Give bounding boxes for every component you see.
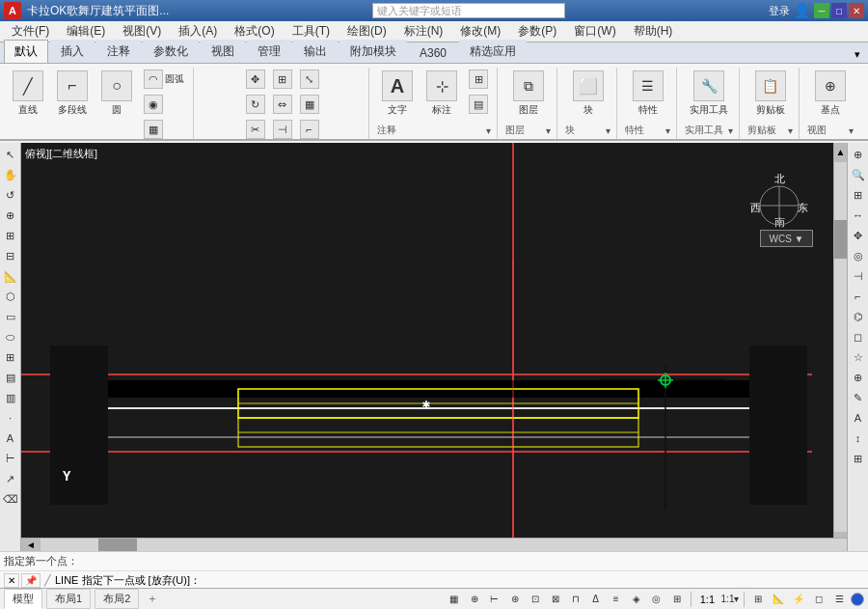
scroll-left-button[interactable]: ◄ [21, 539, 41, 551]
block-expand-icon[interactable]: ▾ [606, 125, 610, 136]
lt-erase-tool[interactable]: ⌫ [1, 489, 20, 509]
menu-insert[interactable]: 插入(A) [171, 21, 225, 42]
layer-expand-icon[interactable]: ▾ [546, 125, 551, 136]
utilities-button[interactable]: 🔧 实用工具 [685, 68, 733, 120]
search-box[interactable]: 键入关键字或短语 [372, 3, 565, 18]
fillet-button[interactable]: ⌐ [297, 118, 322, 141]
dim-button[interactable]: ⊹ 标注 [421, 68, 462, 120]
tab-model[interactable]: 模型 [4, 589, 42, 609]
tab-layout2[interactable]: 布局2 [95, 589, 139, 609]
base-expand-icon[interactable]: ▾ [849, 125, 854, 136]
rectangle-tool[interactable]: ▭ [1, 307, 20, 326]
rt-tool-13[interactable]: ✎ [849, 388, 868, 407]
menu-params[interactable]: 参数(P) [510, 21, 564, 42]
properties-button[interactable]: ☰ 特性 [628, 68, 668, 120]
tab-featured[interactable]: 精选应用 [459, 40, 527, 63]
tab-parametric[interactable]: 参数化 [143, 40, 199, 63]
move-button[interactable]: ✥ [243, 68, 268, 91]
hatch-lt-tool[interactable]: ▤ [1, 368, 20, 387]
scroll-thumb[interactable] [834, 220, 847, 259]
utilities-expand-icon[interactable]: ▾ [728, 125, 733, 136]
rotate-button[interactable]: ↻ [243, 93, 268, 116]
tab-default[interactable]: 默认 [4, 40, 48, 63]
ann-expand-icon[interactable]: ▾ [486, 125, 491, 136]
rt-tool-14[interactable]: A [849, 408, 868, 428]
leader-tool[interactable]: ⊢ [1, 449, 20, 468]
circle-button[interactable]: ○ 圆 [96, 68, 137, 120]
orbit-tool[interactable]: ↺ [1, 185, 20, 205]
mtext-button[interactable]: ⊞ [466, 68, 491, 91]
view-button[interactable]: ◉ [141, 93, 187, 116]
point-tool[interactable]: · [1, 408, 20, 428]
menu-file[interactable]: 文件(F) [4, 21, 57, 42]
cmd-close-btn[interactable]: ✕ [4, 573, 19, 588]
canvas-area[interactable]: 俯视][二维线框] 北 东 西 南 WCS ▼ [21, 143, 847, 551]
zoom-tool[interactable]: ⊕ [1, 206, 20, 225]
mirror-button[interactable]: ⇔ [270, 93, 295, 116]
rt-tool-5[interactable]: ✥ [849, 226, 868, 245]
rt-tool-4[interactable]: ↔ [849, 206, 868, 225]
menu-help[interactable]: 帮助(H) [626, 21, 681, 42]
rt-tool-11[interactable]: ☆ [849, 347, 868, 367]
scale-button[interactable]: 1:1▾ [721, 591, 739, 608]
minimize-button[interactable]: ─ [814, 3, 829, 18]
rt-tool-9[interactable]: ⌬ [849, 307, 868, 326]
menu-edit[interactable]: 编辑(E) [59, 21, 113, 42]
text-lt-tool[interactable]: A [1, 429, 20, 448]
zoom-prev-tool[interactable]: ⊟ [1, 246, 20, 265]
xref-tool[interactable]: ↗ [1, 469, 20, 488]
properties-expand-icon[interactable]: ▾ [665, 125, 670, 136]
scroll-up-button[interactable]: ▲ [834, 143, 847, 162]
rt-tool-16[interactable]: ⊞ [849, 449, 868, 468]
select-cycle[interactable]: ◎ [648, 591, 665, 608]
qp-toggle[interactable]: ⊞ [668, 591, 686, 608]
menu-modify[interactable]: 修改(M) [452, 21, 508, 42]
command-input[interactable] [204, 575, 864, 587]
text-button[interactable]: A 文字 [377, 68, 418, 120]
ucs-toggle[interactable]: ⊓ [567, 591, 584, 608]
polygon-tool[interactable]: ⬡ [1, 287, 20, 306]
customize-button[interactable]: ☰ [830, 591, 848, 608]
snap-toggle[interactable]: ⊕ [466, 591, 483, 608]
layer-button[interactable]: ⧉ 图层 [508, 68, 549, 120]
menu-view[interactable]: 视图(V) [115, 21, 169, 42]
tp-toggle[interactable]: ◈ [628, 591, 645, 608]
annotation-scale-button[interactable]: 📐 [770, 591, 787, 608]
grid-toggle[interactable]: ▦ [446, 591, 463, 608]
zoom-window-tool[interactable]: ⊞ [1, 226, 20, 245]
scroll-hthumb[interactable] [98, 539, 137, 551]
tab-a360[interactable]: A360 [409, 42, 457, 63]
rt-tool-7[interactable]: ⊣ [849, 266, 868, 286]
tab-layout1[interactable]: 布局1 [46, 589, 91, 609]
vertical-scrollbar[interactable]: ▲ ▼ [833, 143, 847, 551]
hatch-button[interactable]: ▦ [141, 118, 187, 141]
tab-view[interactable]: 视图 [201, 40, 245, 63]
options-icon[interactable]: ▾ [851, 46, 864, 63]
clipboard-expand-icon[interactable]: ▾ [788, 125, 793, 136]
tab-manage[interactable]: 管理 [247, 40, 291, 63]
menu-draw[interactable]: 绘图(D) [339, 21, 394, 42]
horizontal-scrollbar[interactable]: ◄ ► [21, 538, 847, 551]
workspace-view-button[interactable]: ⊞ [749, 591, 767, 608]
menu-format[interactable]: 格式(O) [227, 21, 282, 42]
rt-tool-12[interactable]: ⊕ [849, 368, 868, 387]
menu-window[interactable]: 窗口(W) [566, 21, 623, 42]
ortho-toggle[interactable]: ⊢ [486, 591, 503, 608]
arc-button[interactable]: ◠ 圆弧 [141, 68, 187, 91]
dyn-toggle[interactable]: Δ [587, 591, 605, 608]
close-button[interactable]: ✕ [849, 3, 864, 18]
clipboard-button[interactable]: 📋 剪贴板 [750, 68, 791, 120]
rt-tool-3[interactable]: ⊞ [849, 185, 868, 205]
line-button[interactable]: ╱ 直线 [8, 68, 48, 120]
trim-button[interactable]: ✂ [243, 118, 268, 141]
rt-tool-1[interactable]: ⊕ [849, 145, 868, 164]
measure-tool[interactable]: 📐 [1, 266, 20, 286]
copy-button[interactable]: ⊞ [270, 68, 295, 91]
tab-output[interactable]: 输出 [293, 40, 338, 63]
rt-tool-10[interactable]: ◻ [849, 327, 868, 346]
cmd-pin-btn[interactable]: 📌 [21, 573, 41, 588]
tab-addon[interactable]: 附加模块 [339, 40, 407, 63]
base-button[interactable]: ⊕ 基点 [810, 68, 851, 120]
otrack-toggle[interactable]: ⊠ [547, 591, 564, 608]
isolate-button[interactable]: ◻ [810, 591, 827, 608]
